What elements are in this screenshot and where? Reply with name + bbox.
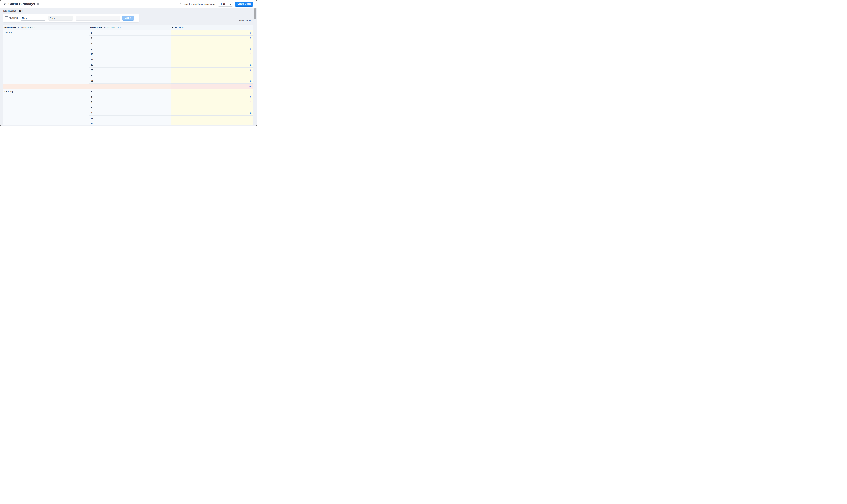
last-updated-text: Updated less than a minute ago: [184, 3, 215, 5]
row-count-cell[interactable]: 1: [171, 73, 253, 78]
row-count-cell[interactable]: 1: [171, 100, 253, 105]
column-field-label: ROW COUNT: [172, 26, 185, 29]
row-count-cell[interactable]: 1: [171, 36, 253, 41]
total-records: Total Records : 114: [3, 10, 22, 12]
day-cell: 2: [89, 36, 171, 41]
row-count-cell[interactable]: 3: [171, 30, 253, 36]
table-row: 171: [89, 116, 253, 121]
month-cell: February: [3, 89, 89, 125]
day-cell: 7: [89, 110, 171, 116]
total-records-value: 114: [19, 10, 22, 12]
sort-ascending-icon: ▲: [120, 27, 121, 28]
row-count-cell[interactable]: 1: [171, 105, 253, 110]
day-cell: 17: [89, 57, 171, 62]
table-row: 311: [89, 78, 253, 84]
row-count-cell[interactable]: 1: [171, 41, 253, 46]
filter-operator-dropdown[interactable]: None ▼: [48, 16, 73, 21]
chevron-down-icon: [229, 2, 231, 5]
page-title: Client Birthdays: [8, 2, 35, 6]
column-header-birth-date-by-month-in-year[interactable]: BIRTH DATE- By Month In Year▲: [3, 25, 89, 30]
last-updated: Updated less than a minute ago: [180, 2, 215, 5]
arrow-left-icon: [3, 2, 6, 5]
column-header-birth-date-by-day-in-month[interactable]: BIRTH DATE- By Day In Month▲: [89, 25, 171, 30]
table-row: 63: [89, 46, 253, 52]
apply-filter-button[interactable]: Apply: [122, 16, 134, 21]
row-count-cell[interactable]: 3: [171, 46, 253, 52]
row-count-cell[interactable]: 2: [171, 68, 253, 73]
table-row: 172: [89, 57, 253, 62]
month-cell: January: [3, 30, 89, 84]
day-cell: 17: [89, 116, 171, 121]
filters-bar: FILTERS None ▼ None ▼ Apply: [3, 14, 139, 22]
subtotal-month-cell: [3, 84, 89, 89]
day-cell: 18: [89, 121, 171, 125]
row-count-cell[interactable]: 1: [171, 94, 253, 100]
filter-field-dropdown[interactable]: None ▼: [20, 16, 46, 21]
total-records-label: Total Records :: [3, 10, 18, 12]
edit-split-button: Edit: [218, 1, 233, 6]
day-cell: 5: [89, 100, 171, 105]
row-count-cell[interactable]: 1: [171, 62, 253, 68]
column-field-label: BIRTH DATE: [4, 26, 16, 29]
filters-label: FILTERS: [5, 16, 18, 20]
month-rows: 3141516171171182: [89, 89, 253, 125]
table-row: 51: [89, 41, 253, 46]
month-group-february: February3141516171171182: [3, 89, 253, 125]
day-cell: 6: [89, 105, 171, 110]
day-cell: 5: [89, 41, 171, 46]
filter-operator-value: None: [50, 17, 55, 19]
row-count-cell[interactable]: 1: [171, 110, 253, 116]
day-cell: 19: [89, 62, 171, 68]
table-row: 13: [89, 30, 253, 36]
table-row: 101: [89, 52, 253, 57]
row-count-cell[interactable]: 1: [171, 89, 253, 94]
table-row: 71: [89, 110, 253, 116]
day-cell: 1: [89, 30, 171, 36]
row-count-cell[interactable]: 1: [171, 78, 253, 84]
table-row: 41: [89, 94, 253, 100]
day-cell: 30: [89, 73, 171, 78]
month-group-january: January13215163101172191282301311: [3, 30, 253, 84]
row-count-cell[interactable]: 2: [171, 121, 253, 125]
edit-button[interactable]: Edit: [218, 2, 228, 6]
pivot-table: BIRTH DATE- By Month In Year▲BIRTH DATE-…: [3, 25, 253, 125]
column-field-label: BIRTH DATE: [90, 26, 102, 29]
vertical-scrollbar: [254, 8, 256, 125]
subtotal-day-cell: [89, 84, 171, 89]
row-count-cell[interactable]: 1: [171, 52, 253, 57]
back-button[interactable]: [3, 2, 7, 6]
table-body: January1321516310117219128230131116Febru…: [3, 30, 253, 125]
topbar-actions: Updated less than a minute ago Edit Crea…: [180, 1, 253, 6]
dropdown-caret-icon: ▼: [70, 17, 71, 19]
table-row: 191: [89, 62, 253, 68]
create-chart-button[interactable]: Create Chart: [235, 1, 253, 6]
subtotal-count-cell[interactable]: 16: [171, 84, 253, 89]
table-row: 61: [89, 105, 253, 110]
scrollbar-thumb[interactable]: [254, 8, 256, 19]
row-count-cell[interactable]: 2: [171, 57, 253, 62]
table-header-row: BIRTH DATE- By Month In Year▲BIRTH DATE-…: [3, 25, 253, 30]
table-row: 31: [89, 89, 253, 94]
column-modifier-label: - By Day In Month: [103, 26, 119, 29]
filter-value-input[interactable]: [75, 16, 121, 21]
show-details-link[interactable]: Show Details: [239, 19, 252, 22]
app-window: Client Birthdays i Updated less than a m…: [0, 0, 257, 126]
day-cell: 31: [89, 78, 171, 84]
top-bar: Client Birthdays i Updated less than a m…: [0, 0, 257, 8]
row-count-cell[interactable]: 1: [171, 116, 253, 121]
day-cell: 6: [89, 46, 171, 52]
day-cell: 4: [89, 94, 171, 100]
day-cell: 3: [89, 89, 171, 94]
day-cell: 10: [89, 52, 171, 57]
refresh-icon[interactable]: [180, 2, 183, 5]
day-cell: 28: [89, 68, 171, 73]
column-header-row-count[interactable]: ROW COUNT: [171, 25, 253, 30]
table-row: 21: [89, 36, 253, 41]
table-row: 282: [89, 68, 253, 73]
table-row: 51: [89, 100, 253, 105]
info-icon[interactable]: i: [37, 3, 39, 5]
edit-dropdown-button[interactable]: [228, 2, 233, 6]
dropdown-caret-icon: ▼: [43, 17, 44, 19]
table-row: 301: [89, 73, 253, 78]
month-rows: 13215163101172191282301311: [89, 30, 253, 84]
